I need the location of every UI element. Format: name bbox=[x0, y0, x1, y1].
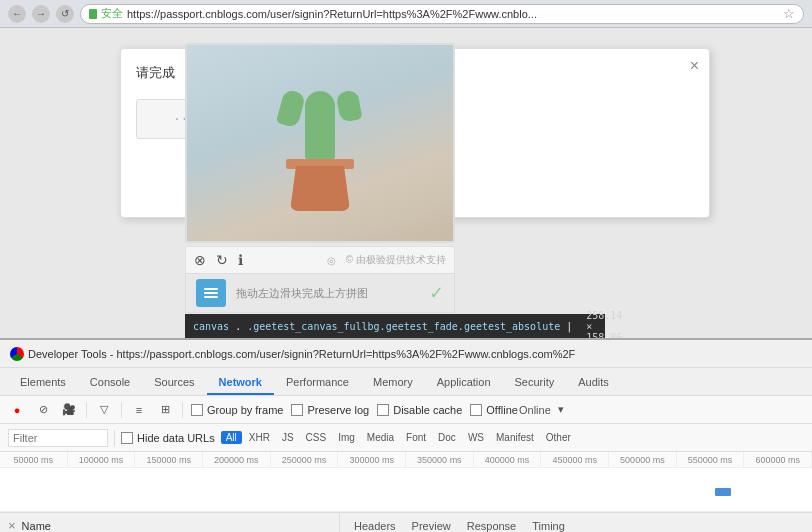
chrome-icon bbox=[10, 347, 24, 361]
group-by-frame-label: Group by frame bbox=[207, 404, 283, 416]
name-close-icon[interactable]: × bbox=[8, 518, 16, 532]
offline-checkbox[interactable] bbox=[470, 404, 482, 416]
group-by-frame-group: Group by frame bbox=[191, 404, 283, 416]
view-list-icon[interactable]: ≡ bbox=[130, 401, 148, 419]
captcha-brand-text: © 由极验提供技术支持 bbox=[346, 253, 446, 267]
slider-line-1 bbox=[204, 288, 218, 290]
slider-line-3 bbox=[204, 296, 218, 298]
preserve-log-group: Preserve log bbox=[291, 404, 369, 416]
filter-tag-font[interactable]: Font bbox=[401, 431, 431, 444]
devtools-title: Developer Tools - https://passport.cnblo… bbox=[28, 348, 575, 360]
toolbar-divider-2 bbox=[121, 402, 122, 418]
timeline-label-12: 600000 ms bbox=[744, 452, 812, 467]
tab-network[interactable]: Network bbox=[207, 371, 274, 395]
captcha-info-icon[interactable]: ℹ bbox=[238, 252, 243, 268]
captcha-close-icon[interactable]: ⊗ bbox=[194, 252, 206, 268]
detail-tab-headers[interactable]: Headers bbox=[348, 518, 402, 533]
cactus-body bbox=[305, 91, 335, 161]
preserve-log-checkbox[interactable] bbox=[291, 404, 303, 416]
hide-data-urls-group: Hide data URLs bbox=[121, 432, 215, 444]
detail-tab-preview[interactable]: Preview bbox=[406, 518, 457, 533]
tab-console[interactable]: Console bbox=[78, 371, 142, 395]
captcha-slider-area[interactable]: 拖动左边滑块完成上方拼图 ✓ bbox=[185, 273, 455, 313]
toolbar-divider-3 bbox=[182, 402, 183, 418]
security-icon bbox=[89, 9, 97, 19]
filter-tag-manifest[interactable]: Manifest bbox=[491, 431, 539, 444]
devtools-panel: Developer Tools - https://passport.cnblo… bbox=[0, 338, 812, 532]
slider-handle[interactable] bbox=[196, 279, 226, 307]
tab-memory[interactable]: Memory bbox=[361, 371, 425, 395]
timeline-label-11: 550000 ms bbox=[677, 452, 745, 467]
tab-performance[interactable]: Performance bbox=[274, 371, 361, 395]
refresh-button[interactable]: ↺ bbox=[56, 5, 74, 23]
timeline-label-5: 250000 ms bbox=[271, 452, 339, 467]
filter-input[interactable] bbox=[8, 429, 108, 447]
captcha-refresh-icon[interactable]: ↻ bbox=[216, 252, 228, 268]
filter-tag-all[interactable]: All bbox=[221, 431, 242, 444]
filter-tag-img[interactable]: Img bbox=[333, 431, 360, 444]
captcha-controls: ⊗ ↻ ℹ ◎ © 由极验提供技术支持 bbox=[185, 246, 455, 274]
tooltip-pipe: | bbox=[566, 321, 572, 332]
filter-tag-css[interactable]: CSS bbox=[301, 431, 332, 444]
detail-tabs: Headers Preview Response Timing bbox=[340, 518, 579, 533]
security-label: 安全 bbox=[101, 6, 123, 21]
forward-button[interactable]: → bbox=[32, 5, 50, 23]
timeline-label-3: 150000 ms bbox=[135, 452, 203, 467]
browser-toolbar: ← → ↺ 安全 https://passport.cnblogs.com/us… bbox=[0, 0, 812, 28]
detail-tab-timing[interactable]: Timing bbox=[526, 518, 571, 533]
name-column: × Name bbox=[0, 513, 340, 532]
page-content: 请完成 × ··· canvas . .geetest_canvas_fullb… bbox=[0, 28, 812, 338]
dialog-title: 请完成 bbox=[136, 64, 175, 82]
tab-application[interactable]: Application bbox=[425, 371, 503, 395]
filter-tag-media[interactable]: Media bbox=[362, 431, 399, 444]
disable-cache-group: Disable cache bbox=[377, 404, 462, 416]
star-icon[interactable]: ☆ bbox=[783, 6, 795, 21]
stop-button[interactable]: ⊘ bbox=[34, 401, 52, 419]
timeline-label-10: 500000 ms bbox=[609, 452, 677, 467]
devtools-tabs: Elements Console Sources Network Perform… bbox=[0, 368, 812, 396]
tab-sources[interactable]: Sources bbox=[142, 371, 206, 395]
filter-tag-doc[interactable]: Doc bbox=[433, 431, 461, 444]
camera-button[interactable]: 🎥 bbox=[60, 401, 78, 419]
hide-data-urls-checkbox[interactable] bbox=[121, 432, 133, 444]
captcha-image bbox=[185, 43, 455, 243]
group-by-frame-checkbox[interactable] bbox=[191, 404, 203, 416]
timeline-label-8: 400000 ms bbox=[474, 452, 542, 467]
toolbar-divider-1 bbox=[86, 402, 87, 418]
timeline-label-4: 200000 ms bbox=[203, 452, 271, 467]
dialog-close-button[interactable]: × bbox=[690, 57, 699, 75]
filter-tag-xhr[interactable]: XHR bbox=[244, 431, 275, 444]
tooltip-element: canvas bbox=[193, 321, 229, 332]
tab-elements[interactable]: Elements bbox=[8, 371, 78, 395]
tooltip-dimensions: 258.14 × 158.86 bbox=[586, 310, 622, 339]
filter-tag-ws[interactable]: WS bbox=[463, 431, 489, 444]
filter-tag-other[interactable]: Other bbox=[541, 431, 576, 444]
timeline-bar-1 bbox=[715, 488, 731, 496]
cactus-arm-right bbox=[336, 89, 363, 122]
cactus-scene bbox=[187, 45, 453, 241]
filter-toolbar: Hide data URLs All XHR JS CSS Img Media … bbox=[0, 424, 812, 452]
tab-security[interactable]: Security bbox=[503, 371, 567, 395]
record-button[interactable]: ● bbox=[8, 401, 26, 419]
back-button[interactable]: ← bbox=[8, 5, 26, 23]
view-grid-icon[interactable]: ⊞ bbox=[156, 401, 174, 419]
address-bar[interactable]: 安全 https://passport.cnblogs.com/user/sig… bbox=[80, 4, 804, 24]
slider-right-icon: ✓ bbox=[429, 282, 444, 304]
tab-audits[interactable]: Audits bbox=[566, 371, 621, 395]
disable-cache-checkbox[interactable] bbox=[377, 404, 389, 416]
devtools-title-bar: Developer Tools - https://passport.cnblo… bbox=[0, 340, 812, 368]
cactus-arm-left bbox=[276, 89, 306, 129]
offline-group: Offline bbox=[470, 404, 518, 416]
pot bbox=[290, 166, 350, 211]
filter-divider bbox=[114, 430, 115, 446]
more-button[interactable]: ▾ bbox=[552, 401, 570, 419]
timeline-label-7: 350000 ms bbox=[406, 452, 474, 467]
timeline-labels: 50000 ms 100000 ms 150000 ms 200000 ms 2… bbox=[0, 452, 812, 468]
tooltip-separator-dot: . bbox=[235, 321, 241, 332]
disable-cache-label: Disable cache bbox=[393, 404, 462, 416]
filter-button[interactable]: ▽ bbox=[95, 401, 113, 419]
detail-tab-response[interactable]: Response bbox=[461, 518, 523, 533]
online-dropdown[interactable]: Online bbox=[526, 401, 544, 419]
captcha-brand-circle: ◎ bbox=[327, 255, 336, 266]
filter-tag-js[interactable]: JS bbox=[277, 431, 299, 444]
